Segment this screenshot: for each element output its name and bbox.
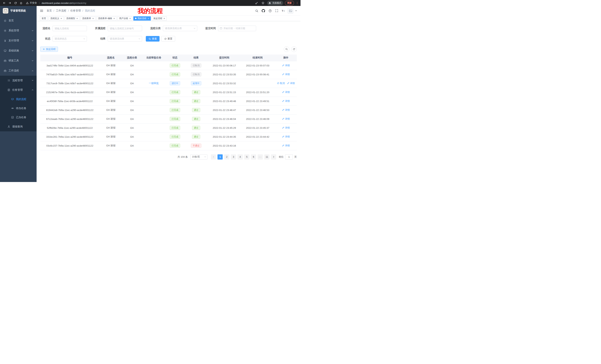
- current-task-link[interactable]: 一级审批: [149, 82, 159, 85]
- reset-button[interactable]: 重置: [161, 36, 175, 42]
- result-select[interactable]: 请选择流结果: [108, 36, 142, 42]
- browser-home-icon[interactable]: [19, 1, 23, 5]
- breadcrumb-item[interactable]: 工作流程: [56, 9, 66, 12]
- process-def-input[interactable]: [108, 26, 142, 31]
- cancel-button[interactable]: 取消: [277, 82, 285, 85]
- sidebar-item-home[interactable]: 首页: [0, 16, 37, 26]
- refresh-table-button[interactable]: [291, 46, 297, 52]
- github-icon[interactable]: [261, 8, 266, 13]
- header: 首页/工作流程/任务管理/我的流程 TT: [37, 6, 300, 16]
- page-button-6[interactable]: 6: [251, 154, 256, 160]
- close-icon[interactable]: ×: [113, 17, 115, 20]
- avatar[interactable]: [288, 8, 293, 14]
- search-icon[interactable]: [254, 8, 259, 13]
- filter-label-process-def: 所属流程: [91, 27, 108, 30]
- detail-button[interactable]: 详情: [282, 126, 290, 130]
- sidebar-item-done-tasks[interactable]: 已办任务: [0, 113, 37, 122]
- prev-page-button[interactable]: [211, 154, 216, 160]
- key-icon[interactable]: [254, 1, 259, 5]
- page-button-3[interactable]: 3: [231, 154, 236, 160]
- page-button-11[interactable]: 11: [264, 154, 270, 160]
- sidebar-item-task-mgmt[interactable]: 任务管理: [0, 85, 37, 95]
- sidebar-item-devtools[interactable]: 研发工具: [0, 56, 37, 66]
- detail-button[interactable]: 详情: [282, 91, 290, 94]
- tab-item-2[interactable]: 流程模型×: [65, 16, 80, 21]
- create-process-button[interactable]: 发起流程: [40, 47, 58, 52]
- close-icon[interactable]: ×: [148, 17, 149, 20]
- breadcrumb-item[interactable]: 任务管理: [70, 9, 81, 12]
- hamburger-icon[interactable]: [39, 9, 44, 13]
- browser-menu-icon[interactable]: [296, 1, 299, 5]
- goto-page-input[interactable]: [285, 154, 293, 160]
- status-tag: 已完成: [170, 135, 180, 139]
- star-icon[interactable]: [260, 1, 265, 5]
- font-size-icon[interactable]: TT: [281, 8, 286, 13]
- result-tag: 不通过: [191, 144, 201, 148]
- update-button[interactable]: 更新: [285, 1, 294, 5]
- sidebar-item-payment[interactable]: 支付管理: [0, 36, 37, 46]
- forward-icon[interactable]: [7, 1, 12, 5]
- browser-chrome: 不安全 | dashboard.yudao.iocoder.cn/bpm/tas…: [0, 0, 300, 6]
- category-select[interactable]: 请选择流程分类: [163, 26, 197, 31]
- app-logo[interactable]: 芋道管理系统: [0, 6, 37, 16]
- sidebar-item-workflow[interactable]: 工作流程: [0, 66, 37, 76]
- process-name-input[interactable]: [52, 26, 87, 31]
- table-row: 2152467e-7b9b-11ec-9a1b-acde48001122OA 请…: [40, 88, 297, 97]
- search-button[interactable]: 搜索: [146, 36, 160, 42]
- close-icon[interactable]: ×: [77, 17, 78, 20]
- tab-item-1[interactable]: 流程定义×: [49, 16, 64, 21]
- reload-icon[interactable]: [13, 1, 18, 5]
- detail-button[interactable]: 详情: [282, 99, 290, 103]
- breadcrumb-item[interactable]: 首页: [47, 9, 52, 12]
- sidebar-item-label: 请假查询: [12, 125, 37, 128]
- help-icon[interactable]: [268, 8, 272, 13]
- result-placeholder: 请选择流结果: [110, 37, 138, 40]
- tab-item-7[interactable]: 发起流程×: [152, 16, 167, 21]
- tab-item-3[interactable]: 流程表单×: [80, 16, 95, 21]
- detail-button[interactable]: 详情: [282, 108, 290, 112]
- warning-icon: [26, 2, 29, 4]
- next-page-button[interactable]: [271, 154, 276, 160]
- sidebar-item-leave-query[interactable]: 请假查询: [0, 122, 37, 131]
- caret-down-icon[interactable]: [295, 10, 298, 12]
- plus-icon: [43, 48, 45, 50]
- sidebar-item-todo-tasks[interactable]: 待办任务: [0, 104, 37, 113]
- back-icon[interactable]: [2, 1, 7, 5]
- sidebar-item-infrastructure[interactable]: 基础设施: [0, 46, 37, 56]
- submit-time-range-picker[interactable]: 开始日期 - 结束日期: [218, 26, 256, 31]
- cell-id: 819442e8-7b9a-11ec-a290-acde48001122: [40, 105, 99, 115]
- page-button-2[interactable]: 2: [224, 154, 229, 160]
- page-size-select[interactable]: 10条/页: [190, 154, 208, 160]
- sidebar-item-process-mgmt[interactable]: 流程管理: [0, 76, 37, 85]
- tab-item-0[interactable]: 首页: [40, 16, 48, 21]
- cell-id: 331bc281-7b9a-11ec-a290-acde48001122: [40, 132, 99, 141]
- sidebar-item-system[interactable]: 系统管理: [0, 26, 37, 36]
- tab-item-6[interactable]: 我的流程×: [133, 16, 151, 21]
- status-select[interactable]: 请选择状态: [52, 36, 87, 42]
- pagination-more-button[interactable]: ···: [258, 154, 263, 160]
- page-button-4[interactable]: 4: [238, 154, 243, 160]
- detail-button[interactable]: 详情: [282, 117, 290, 121]
- detail-button[interactable]: 详情: [282, 73, 290, 76]
- toggle-search-button[interactable]: [284, 46, 289, 52]
- tab-item-4[interactable]: 流程表单-编辑×: [96, 16, 117, 21]
- page-button-1[interactable]: 1: [218, 154, 223, 160]
- cell-category: OA: [122, 88, 142, 97]
- detail-button[interactable]: 详情: [287, 82, 295, 85]
- close-icon[interactable]: ×: [92, 17, 94, 20]
- tabs-bar: 首页流程定义×流程模型×流程表单×流程表单-编辑×用户分组×我的流程×发起流程×: [37, 16, 300, 21]
- detail-button[interactable]: 详情: [282, 64, 290, 67]
- picture-icon: [289, 9, 292, 13]
- detail-button[interactable]: 详情: [282, 135, 290, 138]
- close-icon[interactable]: ×: [164, 17, 165, 20]
- address-bar[interactable]: 不安全 | dashboard.yudao.iocoder.cn/bpm/tas…: [26, 1, 251, 5]
- column-header: 状态: [166, 55, 184, 61]
- fullscreen-icon[interactable]: [274, 8, 279, 13]
- sidebar-item-my-process[interactable]: 我的流程: [0, 95, 37, 104]
- detail-button[interactable]: 详情: [282, 144, 290, 147]
- tab-item-5[interactable]: 用户分组×: [117, 16, 132, 21]
- close-icon[interactable]: ×: [129, 17, 131, 20]
- page-button-5[interactable]: 5: [244, 154, 250, 160]
- close-icon[interactable]: ×: [60, 17, 62, 20]
- toolbox-icon: [3, 59, 7, 62]
